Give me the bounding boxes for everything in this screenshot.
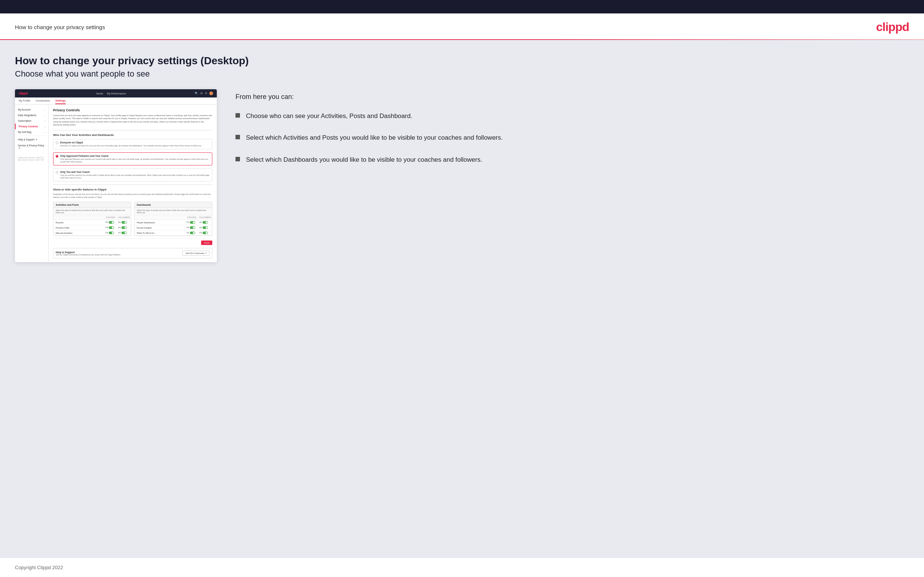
radio-everyone[interactable]: Everyone on Clippd Everyone on Clippd ca… — [53, 139, 212, 149]
round-insights-row: Round Insights ON ON — [134, 225, 212, 230]
divider-2 — [53, 184, 212, 185]
sidebar-item-serviceprivacy[interactable]: Service & Privacy Policy ↗ — [15, 143, 48, 151]
radio-coach-circle — [56, 171, 58, 174]
radio-coach-content: Only You and Your Coach Only you and the… — [60, 171, 210, 179]
mockup-nav-icons: 🔍 ⊞ ⚙ — [195, 92, 213, 95]
help-section: Help & Support Visit our Clippd communit… — [53, 248, 212, 258]
bullet-text-3: Select which Dashboards you would like t… — [246, 155, 482, 165]
activities-col-header: Activities and Posts — [53, 202, 131, 208]
show-hide-title: Show or hide specific features in Clippd — [53, 188, 212, 191]
sidebar-item-dataintegrations[interactable]: Data Integrations › — [15, 113, 48, 118]
mockup-main: Privacy Controls Control how you and you… — [48, 105, 217, 262]
header: How to change your privacy settings clip… — [0, 13, 924, 39]
mockup-subnav-myprofile[interactable]: My Profile — [19, 99, 30, 104]
radio-followers[interactable]: Only Approved Followers and Your Coach O… — [53, 152, 212, 166]
mockup-nav-home[interactable]: Home — [96, 92, 103, 95]
save-button[interactable]: Save — [201, 240, 212, 245]
dash-coaches-label: COACHES — [187, 216, 197, 219]
manual-coaches-toggle[interactable]: ON — [105, 232, 116, 234]
bullet-square-2 — [236, 135, 240, 139]
content-columns: clippd Home My Performance 🔍 ⊞ ⚙ My Prof… — [15, 89, 909, 262]
dash-followers-label: FOLLOWERS — [199, 216, 210, 219]
coaches-label: COACHES — [105, 216, 116, 219]
sidebar-footer: Clippd Client Version: 2022.8.2SQL Serve… — [15, 154, 48, 163]
roundinsights-coaches-toggle[interactable]: ON — [187, 226, 197, 229]
right-panel: From here you can: Choose who can see yo… — [236, 89, 909, 177]
footer: Copyright Clippd 2022 — [0, 558, 924, 577]
privacy-controls-title: Privacy Controls — [53, 108, 212, 112]
activities-col-desc: Select the types of activity that you'd … — [53, 208, 131, 215]
mockup-topnav: clippd Home My Performance 🔍 ⊞ ⚙ — [15, 89, 217, 97]
bullet-item-1: Choose who can see your Activities, Post… — [236, 111, 909, 121]
sidebar-item-helpsupport[interactable]: Help & Support ↗ — [15, 137, 48, 143]
dashboards-col-header: Dashboards — [134, 202, 212, 208]
mockup-body: My Account › Data Integrations › Subscri… — [15, 105, 217, 262]
chevron-right-icon: › — [44, 114, 45, 116]
dashboards-col-desc: Select the types of activity that you'd … — [134, 208, 212, 215]
drills-followers-toggle[interactable]: ON — [118, 226, 129, 229]
page-subheading: Choose what you want people to see — [15, 69, 909, 79]
mockup-nav-myperformance[interactable]: My Performance — [107, 92, 126, 95]
player-dashboard-row: Player Dashboard ON ON — [134, 220, 212, 225]
radio-everyone-content: Everyone on Clippd Everyone on Clippd ca… — [60, 141, 202, 147]
followers-label: FOLLOWERS — [118, 216, 129, 219]
radio-coach-only[interactable]: Only You and Your Coach Only you and the… — [53, 168, 212, 182]
divider-1 — [53, 130, 212, 131]
grid-icon[interactable]: ⊞ — [200, 92, 203, 95]
settings-icon[interactable]: ⚙ — [205, 92, 207, 95]
bullet-list: Choose who can see your Activities, Post… — [236, 111, 909, 165]
visit-community-button[interactable]: Visit Our Community ↗ — [183, 251, 210, 256]
sidebar-item-subscription[interactable]: Subscription › — [15, 118, 48, 124]
sidebar-item-myaccount[interactable]: My Account › — [15, 107, 48, 113]
sidebar-divider — [18, 135, 45, 136]
radio-followers-circle — [56, 155, 58, 158]
roundinsights-followers-toggle[interactable]: ON — [199, 226, 210, 229]
sidebar-item-mygolfbag[interactable]: My Golf Bag › — [15, 129, 48, 135]
manual-followers-toggle[interactable]: ON — [118, 232, 129, 234]
features-grid: Activities and Posts Select the types of… — [53, 201, 212, 236]
dashboards-subheader: COACHES FOLLOWERS — [134, 215, 212, 220]
playerdash-followers-toggle[interactable]: ON — [199, 221, 210, 224]
bullet-square-3 — [236, 157, 240, 161]
mockup-subnav: My Profile Connections Settings — [15, 97, 217, 105]
mockup-subnav-settings[interactable]: Settings — [55, 99, 66, 104]
top-bar — [0, 0, 924, 13]
mockup: clippd Home My Performance 🔍 ⊞ ⚙ My Prof… — [15, 89, 217, 262]
drills-coaches-toggle[interactable]: ON — [105, 226, 116, 229]
avatar[interactable] — [209, 92, 213, 95]
chevron-right-icon: › — [44, 126, 45, 128]
header-title: How to change your privacy settings — [15, 24, 105, 30]
rounds-coaches-toggle[interactable]: ON — [105, 221, 116, 224]
practice-drills-row: Practice Drills ON ON — [53, 225, 131, 230]
mockup-logo: clippd — [19, 92, 27, 95]
save-row: Save — [53, 238, 212, 245]
playerdash-coaches-toggle[interactable]: ON — [187, 221, 197, 224]
who-title: Who Can See Your Activities and Dashboar… — [53, 133, 212, 137]
manual-activities-row: Manual Activities ON ON — [53, 230, 131, 236]
radio-everyone-circle — [56, 142, 58, 144]
bullet-square-1 — [236, 113, 240, 118]
page-heading: How to change your privacy settings (Des… — [15, 55, 909, 67]
search-icon[interactable]: 🔍 — [195, 92, 198, 95]
help-title: Help & Support — [56, 251, 121, 253]
bullet-item-2: Select which Activities and Posts you wo… — [236, 133, 909, 143]
dashboards-col: Dashboards Select the types of activity … — [134, 201, 212, 236]
bullet-item-3: Select which Dashboards you would like t… — [236, 155, 909, 165]
whattoworkon-row: What To Work On ON ON — [134, 230, 212, 236]
copyright-text: Copyright Clippd 2022 — [15, 565, 63, 570]
bullet-text-2: Select which Activities and Posts you wo… — [246, 133, 503, 143]
wtwo-coaches-toggle[interactable]: ON — [187, 232, 197, 234]
activities-col: Activities and Posts Select the types of… — [53, 201, 131, 236]
mockup-subnav-connections[interactable]: Connections — [36, 99, 50, 104]
right-panel-heading: From here you can: — [236, 93, 909, 101]
wtwo-followers-toggle[interactable]: ON — [199, 232, 210, 234]
chevron-right-icon: › — [44, 120, 45, 122]
show-hide-desc: Regardless of the privacy controls that … — [53, 193, 212, 199]
activities-subheader: COACHES FOLLOWERS — [53, 215, 131, 220]
rounds-row: Rounds ON ON — [53, 220, 131, 225]
rounds-followers-toggle[interactable]: ON — [118, 221, 129, 224]
sidebar-item-privacycontrols[interactable]: Privacy Controls › — [15, 124, 48, 129]
bullet-text-1: Choose who can see your Activities, Post… — [246, 111, 412, 121]
chevron-right-icon: › — [44, 109, 45, 111]
screenshot-area: clippd Home My Performance 🔍 ⊞ ⚙ My Prof… — [15, 89, 217, 262]
